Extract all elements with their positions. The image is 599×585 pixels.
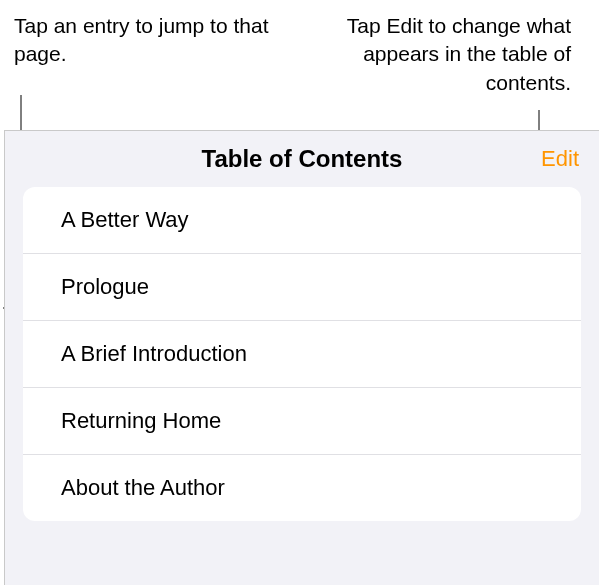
edit-button[interactable]: Edit [541,146,579,172]
toc-item[interactable]: Prologue [23,254,581,321]
panel-header: Table of Contents Edit [5,131,599,187]
toc-item[interactable]: A Better Way [23,187,581,254]
toc-item[interactable]: About the Author [23,455,581,521]
callout-entry-jump: Tap an entry to jump to that page. [14,12,270,130]
toc-item[interactable]: A Brief Introduction [23,321,581,388]
toc-item[interactable]: Returning Home [23,388,581,455]
toc-list: A Better Way Prologue A Brief Introducti… [23,187,581,521]
callout-edit: Tap Edit to change what appears in the t… [315,12,571,130]
callouts-area: Tap an entry to jump to that page. Tap E… [0,0,599,130]
toc-panel: Table of Contents Edit A Better Way Prol… [4,130,599,585]
panel-title: Table of Contents [5,145,599,173]
